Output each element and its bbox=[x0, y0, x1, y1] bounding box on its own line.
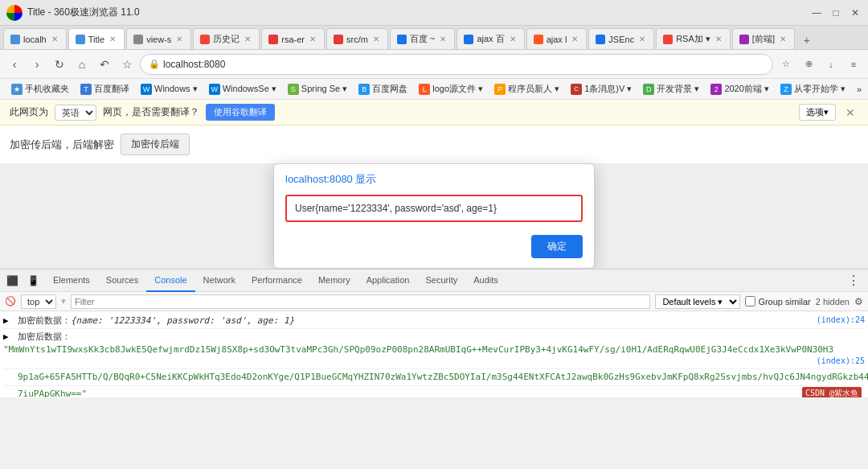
console-source-1[interactable]: (index):24 bbox=[810, 315, 865, 326]
tab-localh[interactable]: localh ✕ bbox=[3, 28, 67, 49]
alert-dialog: localhost:8080 显示 User{name='1223334', p… bbox=[273, 163, 595, 269]
device-mode-icon[interactable]: 📱 bbox=[24, 272, 42, 290]
tab-rsa[interactable]: RSA加 ▾ ✕ bbox=[656, 28, 731, 49]
group-similar-checkbox[interactable] bbox=[745, 296, 755, 306]
prev-button[interactable]: ↶ bbox=[95, 55, 114, 74]
bookmark-more[interactable]: » bbox=[852, 83, 866, 96]
tab-close-icon[interactable]: ✕ bbox=[778, 34, 788, 44]
console-line-4: ▶ 7iuPApGKhw==" CSDN @紫水鱼 bbox=[3, 386, 865, 397]
console-filter-input[interactable] bbox=[71, 294, 650, 309]
menu-button[interactable]: ≡ bbox=[844, 55, 863, 74]
tab-frontend[interactable]: [前端] ✕ bbox=[732, 28, 795, 49]
tab-close-icon[interactable]: ✕ bbox=[308, 34, 317, 44]
translate-button[interactable]: 使用谷歌翻译 bbox=[206, 104, 275, 121]
options-button[interactable]: 选项▾ bbox=[799, 104, 836, 121]
tab-close-icon[interactable]: ✕ bbox=[570, 34, 579, 44]
devtools-tab-audits[interactable]: Audits bbox=[465, 269, 506, 292]
tab-close-icon[interactable]: ✕ bbox=[243, 34, 252, 44]
devtools-tab-elements[interactable]: Elements bbox=[45, 269, 98, 292]
bookmark-translate[interactable]: T 百度翻译 bbox=[76, 81, 134, 97]
tab-favicon bbox=[739, 35, 749, 44]
tab-close-icon[interactable]: ✕ bbox=[508, 34, 518, 44]
tab-ajax2[interactable]: ajax l ✕ bbox=[526, 28, 588, 49]
devtools-tab-performance[interactable]: Performance bbox=[244, 269, 310, 292]
bookmark-programmer[interactable]: P 程序员新人 ▾ bbox=[489, 81, 564, 97]
bookmark-logo[interactable]: L logo源文件 ▾ bbox=[414, 81, 488, 97]
tab-history[interactable]: 历史记 ✕ bbox=[193, 28, 260, 49]
tab-label: Performance bbox=[252, 275, 302, 285]
tab-close-icon[interactable]: ✕ bbox=[50, 34, 59, 44]
bookmark-shoucang[interactable]: ★ 手机收藏夹 bbox=[6, 81, 74, 97]
address-text: localhost:8080 bbox=[163, 59, 225, 70]
group-similar-label[interactable]: Group similar bbox=[745, 296, 810, 306]
language-select[interactable]: 英语 bbox=[55, 105, 96, 121]
tab-view-s[interactable]: view-s ✕ bbox=[126, 28, 191, 49]
tab-label: Sources bbox=[106, 275, 138, 285]
tab-jsenc[interactable]: JSEnc ✕ bbox=[588, 28, 654, 49]
download-button[interactable]: ↓ bbox=[821, 55, 841, 74]
home-button[interactable]: ⌂ bbox=[72, 55, 92, 74]
devtools-tab-network[interactable]: Network bbox=[195, 269, 244, 292]
bookmark-icon: ★ bbox=[11, 84, 23, 95]
bookmark-windows[interactable]: W Windows ▾ bbox=[136, 82, 203, 97]
bookmark-baidu-pan[interactable]: B 百度网盘 bbox=[354, 81, 412, 97]
tab-title[interactable]: Title ✕ bbox=[68, 28, 125, 49]
page-main: localhost:8080 显示 User{name='1223334', p… bbox=[0, 163, 868, 269]
devtools-tab-sources[interactable]: Sources bbox=[98, 269, 146, 292]
bookmark-dev[interactable]: D 开发背景 ▾ bbox=[638, 81, 704, 97]
inspect-element-icon[interactable]: ⬛ bbox=[3, 272, 21, 290]
tab-close-icon[interactable]: ✕ bbox=[714, 34, 723, 44]
refresh-button[interactable]: ↻ bbox=[50, 55, 69, 74]
devtools-settings-icon[interactable]: ⚙ bbox=[854, 296, 863, 307]
console-source-2[interactable]: (index):25 bbox=[810, 356, 865, 367]
dialog-ok-button[interactable]: 确定 bbox=[531, 235, 583, 258]
tab-close-icon[interactable]: ✕ bbox=[174, 34, 184, 44]
star2-button[interactable]: ☆ bbox=[776, 55, 796, 74]
tab-close-icon[interactable]: ✕ bbox=[371, 34, 381, 44]
bookmark-label: 程序员新人 ▾ bbox=[508, 83, 559, 95]
bookmark-c1[interactable]: C 1条消息)V ▾ bbox=[566, 81, 637, 97]
minimize-button[interactable]: — bbox=[810, 6, 823, 19]
bookmark-more-label: » bbox=[857, 84, 862, 94]
devtools-console: ▶ 加密前数据： {name: '1223334', password: 'as… bbox=[0, 311, 868, 397]
bookmark-icon: Z bbox=[780, 84, 792, 95]
maximize-button[interactable]: □ bbox=[829, 6, 842, 19]
tab-favicon bbox=[10, 35, 20, 44]
console-line-1: ▶ 加密前数据： {name: '1223334', password: 'as… bbox=[3, 313, 865, 329]
log-level-select[interactable]: Default levels ▾ bbox=[655, 294, 740, 309]
devtools-tab-console[interactable]: Console bbox=[146, 269, 194, 292]
devtools-tab-memory[interactable]: Memory bbox=[310, 269, 358, 292]
devtools-more-button[interactable]: ⋮ bbox=[842, 273, 865, 288]
devtools-tab-security[interactable]: Security bbox=[417, 269, 465, 292]
tab-label: Audits bbox=[473, 275, 498, 285]
bookmark-windowsse[interactable]: W WindowsSe ▾ bbox=[204, 82, 281, 97]
bookmark-spring[interactable]: S Spring Se ▾ bbox=[283, 82, 352, 97]
address-bar[interactable]: 🔒 localhost:8080 bbox=[140, 54, 773, 75]
share-button[interactable]: ⊕ bbox=[799, 55, 818, 74]
tab-rsa-er[interactable]: rsa-er ✕ bbox=[261, 28, 325, 49]
tab-label: JSEnc bbox=[608, 35, 634, 44]
back-button[interactable]: ‹ bbox=[5, 55, 24, 74]
tab-close-icon[interactable]: ✕ bbox=[637, 34, 647, 44]
bookmarks-bar: ★ 手机收藏夹 T 百度翻译 W Windows ▾ W WindowsSe ▾… bbox=[0, 79, 868, 100]
close-translation-bar-button[interactable]: ✕ bbox=[842, 105, 858, 121]
tab-srcm[interactable]: src/m ✕ bbox=[326, 28, 388, 49]
title-bar-text: Title - 360极速浏览器 11.0 bbox=[27, 6, 810, 19]
devtools-tab-application[interactable]: Application bbox=[358, 269, 418, 292]
close-window-button[interactable]: ✕ bbox=[849, 6, 862, 19]
bookmark-zero[interactable]: Z 从零开始学 ▾ bbox=[776, 81, 850, 97]
tab-label: 百度 ~ bbox=[410, 33, 435, 45]
tab-label: Elements bbox=[53, 275, 90, 285]
devtools-tabs: ⬛ 📱 Elements Sources Console Network Per… bbox=[0, 269, 868, 292]
tab-ajax1[interactable]: ajax 百 ✕ bbox=[457, 28, 524, 49]
encrypt-button[interactable]: 加密传后端 bbox=[121, 134, 190, 155]
new-tab-button[interactable]: + bbox=[796, 31, 817, 49]
tab-baidu[interactable]: 百度 ~ ✕ bbox=[390, 28, 455, 49]
tab-close-icon[interactable]: ✕ bbox=[108, 34, 117, 44]
console-prefix-2: 加密后数据： bbox=[18, 331, 71, 343]
star-button[interactable]: ☆ bbox=[117, 55, 137, 74]
forward-button[interactable]: › bbox=[27, 55, 47, 74]
tab-close-icon[interactable]: ✕ bbox=[438, 34, 448, 44]
context-select[interactable]: top bbox=[21, 294, 56, 309]
bookmark-2020[interactable]: 2 2020前端 ▾ bbox=[706, 81, 774, 97]
